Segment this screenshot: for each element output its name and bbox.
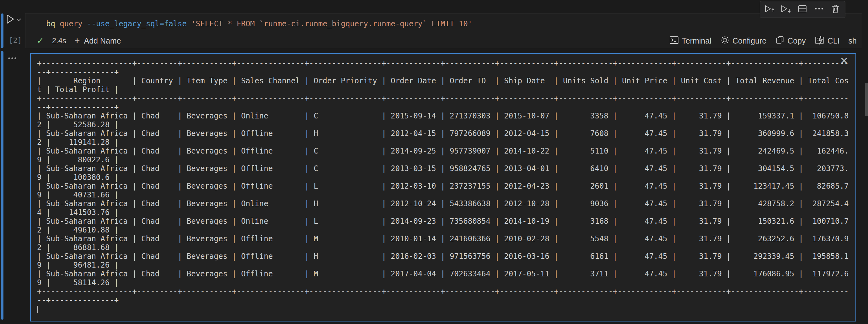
terminal-button[interactable]: Terminal	[669, 35, 711, 46]
command-token: --use_legacy_sql=false	[83, 20, 187, 28]
terminal-label: Terminal	[682, 36, 711, 45]
terminal-line: 9 | 100380.6 |	[37, 173, 848, 182]
plus-icon: +	[74, 36, 80, 45]
copy-button[interactable]: Copy	[775, 35, 806, 46]
page-scrollbar-thumb[interactable]	[865, 83, 868, 116]
terminal-line: 9 | 96481.26 |	[37, 261, 848, 269]
chevron-down-icon[interactable]	[17, 17, 21, 23]
terminal-line: --+--------------+	[37, 103, 848, 112]
execution-count: [2]	[9, 36, 22, 44]
play-up-icon	[765, 4, 775, 15]
terminal-line: --+--------------+	[37, 296, 848, 304]
terminal-line: | Sub-Saharan Africa | Chad | Beverages …	[37, 129, 848, 138]
terminal-line: 9 | 40731.66 |	[37, 190, 848, 199]
more-actions-button[interactable]	[812, 3, 826, 16]
cell-output-terminal[interactable]: +--------------------+---------+--------…	[30, 53, 856, 322]
cell-status-left: ✓ 2.4s + Add Name	[37, 34, 121, 47]
configure-label: Configure	[733, 36, 766, 45]
terminal-line: 9 | 58114.26 |	[37, 278, 848, 287]
cli-button[interactable]: CLI	[815, 35, 840, 46]
terminal-line: 2 | 49610.88 |	[37, 226, 848, 235]
gear-icon	[720, 35, 730, 46]
success-check-icon: ✓	[37, 37, 44, 45]
execute-above-button[interactable]	[763, 3, 776, 16]
command-token: bq	[46, 20, 55, 28]
terminal-line: | Sub-Saharan Africa | Chad | Beverages …	[37, 182, 848, 190]
play-down-icon	[781, 4, 792, 15]
terminal-line: | Sub-Saharan Africa | Chad | Beverages …	[37, 199, 848, 208]
add-name-label: Add Name	[84, 36, 121, 45]
cell-focus-bar	[1, 13, 3, 48]
terminal-icon	[669, 35, 679, 46]
terminal-line: 4 | 141503.76 |	[37, 208, 848, 217]
terminal-line: +--------------------+---------+--------…	[37, 94, 848, 103]
terminal-line: 2 | 119141.28 |	[37, 138, 848, 147]
split-cell-button[interactable]	[796, 3, 809, 16]
command-token: 'SELECT * FROM `runme-ci.runme_bigquery.…	[187, 20, 472, 28]
output-options-button[interactable]	[8, 56, 18, 60]
cell-status-right: Terminal Configure Copy CLI sh	[669, 34, 857, 47]
terminal-line: | Sub-Saharan Africa | Chad | Beverages …	[37, 269, 848, 278]
command-editor[interactable]: bq query --use_legacy_sql=false 'SELECT …	[46, 19, 472, 29]
output-focus-bar	[1, 51, 3, 320]
ellipsis-icon	[8, 56, 17, 61]
terminal-line: | Region | Country | Item Type | Sales C…	[37, 76, 848, 85]
execute-below-button[interactable]	[779, 3, 793, 16]
command-token: query	[55, 20, 83, 28]
terminal-line: | Sub-Saharan Africa | Chad | Beverages …	[37, 252, 848, 261]
terminal-line: | Sub-Saharan Africa | Chad | Beverages …	[37, 147, 848, 155]
split-cell-icon	[797, 4, 807, 15]
terminal-line: | Sub-Saharan Africa | Chad | Beverages …	[37, 217, 848, 226]
terminal-line: +--------------------+---------+--------…	[37, 287, 848, 296]
execution-duration: 2.4s	[52, 36, 66, 45]
terminal-line: 9 | 80022.6 |	[37, 155, 848, 164]
terminal-line: | Sub-Saharan Africa | Chad | Beverages …	[37, 112, 848, 120]
terminal-line: | Sub-Saharan Africa | Chad | Beverages …	[37, 235, 848, 243]
run-cell-button[interactable]	[6, 14, 26, 26]
terminal-line: t | Total Profit |	[37, 85, 848, 94]
terminal-line: 2 | 52586.28 |	[37, 120, 848, 129]
terminal-line: --+--------------+	[37, 68, 848, 76]
terminal-line	[37, 304, 848, 313]
language-badge[interactable]: sh	[848, 36, 857, 45]
terminal-output-text: +--------------------+---------+--------…	[37, 59, 848, 313]
terminal-line: +--------------------+---------+--------…	[37, 59, 848, 68]
copy-icon	[775, 35, 784, 46]
play-icon	[6, 14, 14, 25]
terminal-line: 2 | 86881.68 |	[37, 243, 848, 252]
ellipsis-icon	[814, 4, 824, 15]
configure-button[interactable]: Configure	[720, 35, 766, 46]
cell-toolbar	[760, 1, 845, 18]
cli-label: CLI	[828, 36, 840, 45]
notebook-cell: bq query --use_legacy_sql=false 'SELECT …	[25, 13, 862, 48]
close-output-button[interactable]: ×	[840, 55, 849, 66]
cli-icon	[815, 35, 825, 46]
delete-cell-button[interactable]	[829, 3, 842, 16]
trash-icon	[830, 4, 840, 15]
terminal-line: | Sub-Saharan Africa | Chad | Beverages …	[37, 164, 848, 173]
terminal-cursor	[37, 306, 38, 313]
add-name-button[interactable]: + Add Name	[74, 36, 121, 45]
copy-label: Copy	[787, 36, 806, 45]
